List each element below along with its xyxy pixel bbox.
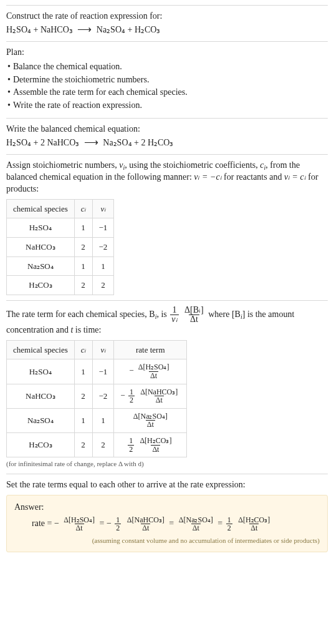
cell-species: H₂SO₄ (7, 359, 75, 384)
table-header-row: chemical species cᵢ νᵢ rate term (7, 340, 187, 359)
table-row: NaHCO₃ 2 −2 − 12 Δ[NaHCO₃]Δt (7, 384, 187, 408)
plan-section: Plan: •Balance the chemical equation. •D… (6, 41, 328, 118)
cell-species: H₂CO₃ (7, 276, 75, 295)
table-row: H₂CO₃ 2 2 12 Δ[H₂CO₃]Δt (7, 433, 187, 457)
balanced-equation: H₂SO₄ + 2 NaHCO₃ ⟶ Na₂SO₄ + 2 H₂CO₃ (6, 135, 173, 149)
numerator: 1 (128, 437, 134, 445)
final-section: Set the rate terms equal to each other t… (6, 474, 328, 557)
numerator: Δ[H₂CO₃] (138, 437, 173, 445)
term: 12 Δ[H₂CO₃]Δt (225, 519, 273, 528)
plan-item: •Write the rate of reaction expression. (7, 100, 328, 112)
plan-item: •Determine the stoichiometric numbers. (7, 74, 328, 86)
cell-species: NaHCO₃ (7, 384, 75, 408)
coef-fraction: 12 (128, 388, 135, 404)
text: , using the stoichiometric coefficients, (125, 160, 260, 170)
fraction: Δ[NaHCO₃]Δt (139, 388, 179, 404)
cell-c: 2 (74, 433, 92, 457)
plan-list: •Balance the chemical equation. •Determi… (7, 61, 328, 112)
bullet-icon: • (7, 100, 11, 112)
denominator: 2 (226, 524, 232, 532)
fraction: Δ[H₂SO₄]Δt (62, 516, 96, 532)
fraction: Δ[Na₂SO₄]Δt (178, 516, 214, 532)
term: − Δ[H₂SO₄]Δt (54, 519, 100, 528)
cell-rate-term: − Δ[H₂SO₄]Δt (114, 359, 187, 384)
cell-c: 1 (74, 256, 92, 276)
relation-reactants: νᵢ = −cᵢ (194, 172, 221, 182)
rate-term-formula: 1νᵢ Δ[Bᵢ]Δt (169, 310, 208, 319)
cell-nu: 2 (92, 276, 114, 295)
th-nu: νᵢ (92, 199, 114, 218)
th-c: cᵢ (74, 340, 92, 359)
fraction: 1νᵢ (170, 306, 178, 324)
sign: − (107, 519, 112, 528)
th-species: chemical species (7, 340, 75, 359)
table-row: H₂SO₄ 1 −1 − Δ[H₂SO₄]Δt (7, 359, 187, 384)
th-species: chemical species (7, 199, 75, 218)
equals: = (217, 519, 224, 528)
table-header-row: chemical species cᵢ νᵢ (7, 199, 114, 218)
denominator: 2 (128, 445, 134, 454)
denominator: Δt (75, 524, 84, 532)
cell-species: H₂SO₄ (7, 218, 75, 238)
relation-products: νᵢ = cᵢ (284, 172, 306, 182)
prompt-text: Construct the rate of reaction expressio… (6, 11, 328, 22)
balanced-lhs: H₂SO₄ + 2 NaHCO₃ (6, 138, 79, 147)
text: where [B (208, 310, 241, 319)
stoich-section: Assign stoichiometric numbers, νi, using… (6, 154, 328, 300)
sign: − (129, 366, 133, 376)
th-nu: νᵢ (92, 340, 114, 359)
equation-lhs: H₂SO₄ + NaHCO₃ (6, 25, 73, 34)
numerator: Δ[NaHCO₃] (139, 388, 179, 396)
term: Δ[Na₂SO₄]Δt (176, 519, 218, 528)
th-rate: rate term (114, 340, 187, 359)
denominator: 2 (115, 524, 121, 532)
cell-species: Na₂SO₄ (7, 256, 75, 276)
cell-nu: 1 (92, 256, 114, 276)
numerator: Δ[Na₂SO₄] (132, 412, 169, 421)
cell-nu: −1 (92, 218, 114, 238)
rate-label: rate = (32, 519, 54, 528)
cell-c: 2 (74, 384, 92, 408)
cell-c: 2 (74, 238, 92, 257)
text: for reactants and (222, 172, 284, 182)
fraction: Δ[NaHCO₃]Δt (126, 516, 166, 532)
text: is time: (73, 325, 101, 334)
rate-term-table: chemical species cᵢ νᵢ rate term H₂SO₄ 1… (6, 340, 187, 457)
cell-nu: 1 (92, 408, 114, 432)
fraction: Δ[H₂CO₃]Δt (138, 437, 173, 453)
plan-item-text: Write the rate of reaction expression. (13, 100, 142, 112)
fraction: Δ[H₂SO₄]Δt (137, 363, 171, 379)
equals: = (100, 519, 107, 528)
equation-rhs: Na₂SO₄ + H₂CO₃ (97, 25, 161, 34)
final-prompt: Set the rate terms equal to each other t… (6, 479, 328, 491)
numerator: Δ[Na₂SO₄] (178, 516, 214, 524)
cell-species: H₂CO₃ (7, 433, 75, 457)
denominator: Δt (249, 524, 259, 532)
cell-nu: −1 (92, 359, 114, 384)
unbalanced-equation: H₂SO₄ + NaHCO₃ ⟶ Na₂SO₄ + H₂CO₃ (6, 22, 160, 36)
denominator: Δt (146, 420, 155, 429)
plan-item-text: Assemble the rate term for each chemical… (13, 87, 188, 99)
coef-fraction: 12 (128, 437, 134, 453)
prompt-section: Construct the rate of reaction expressio… (6, 5, 328, 41)
nu-i: νi (119, 160, 125, 170)
equals: = (169, 519, 176, 528)
table-row: H₂CO₃22 (7, 276, 114, 295)
text: Assign stoichiometric numbers, (6, 160, 119, 170)
cell-nu: −2 (92, 238, 114, 257)
balanced-section: Write the balanced chemical equation: H₂… (6, 118, 328, 154)
reaction-arrow-icon: ⟶ (82, 135, 101, 149)
table-row: H₂SO₄1−1 (7, 218, 114, 238)
numerator: 1 (171, 306, 178, 315)
rate-term-paragraph: The rate term for each chemical species,… (6, 306, 328, 336)
denominator: Δt (155, 396, 164, 404)
th-c: cᵢ (74, 199, 92, 218)
plan-heading: Plan: (6, 47, 328, 59)
numerator: Δ[H₂SO₄] (137, 363, 171, 371)
rate-table-note: (for infinitesimal rate of change, repla… (6, 459, 328, 469)
bullet-icon: • (7, 61, 11, 73)
cell-rate-term: − 12 Δ[NaHCO₃]Δt (114, 384, 187, 408)
numerator: Δ[Bᵢ] (183, 306, 205, 315)
bullet-icon: • (7, 74, 11, 86)
text: , is (156, 310, 169, 319)
